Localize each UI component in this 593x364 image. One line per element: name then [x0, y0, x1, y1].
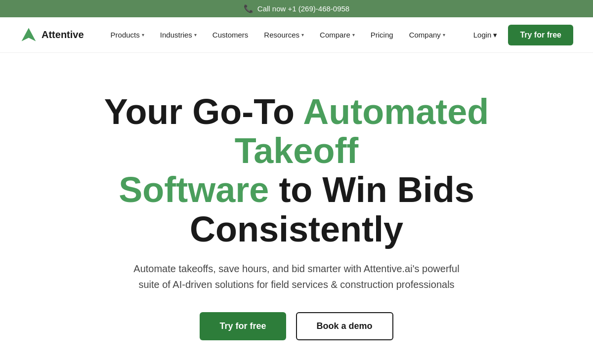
logo-text: Attentive — [42, 29, 84, 40]
topbar-cta: Call now +1 (269)-468-0958 — [257, 4, 349, 13]
login-button[interactable]: Login ▾ — [466, 27, 505, 43]
hero-title: Your Go-To Automated Takeoff Software to… — [44, 92, 549, 249]
hero-buttons: Try for free Book a demo — [44, 312, 549, 340]
nav-right: Login ▾ Try for free — [466, 25, 573, 45]
chevron-down-icon: ▾ — [352, 32, 355, 38]
top-bar[interactable]: 📞 Call now +1 (269)-468-0958 — [0, 0, 593, 17]
logo-icon — [20, 26, 38, 44]
chevron-down-icon: ▾ — [194, 32, 197, 38]
nav-products[interactable]: Products ▾ — [104, 27, 151, 43]
chevron-down-icon: ▾ — [443, 32, 445, 38]
hero-title-part2: Software — [119, 170, 269, 209]
phone-link[interactable]: 📞 Call now +1 (269)-468-0958 — [0, 4, 593, 13]
hero-section: Your Go-To Automated Takeoff Software to… — [25, 53, 568, 364]
hero-title-part1: Your Go-To — [104, 92, 303, 131]
nav-links: Products ▾ Industries ▾ Customers Resour… — [104, 27, 466, 43]
nav-compare[interactable]: Compare ▾ — [313, 27, 362, 43]
nav-customers[interactable]: Customers — [206, 27, 255, 43]
nav-resources[interactable]: Resources ▾ — [257, 27, 311, 43]
logo[interactable]: Attentive — [20, 26, 84, 44]
hero-subtitle: Automate takeoffs, save hours, and bid s… — [124, 261, 469, 292]
chevron-down-icon: ▾ — [493, 31, 497, 40]
nav-pricing[interactable]: Pricing — [364, 27, 400, 43]
nav-company[interactable]: Company ▾ — [402, 27, 452, 43]
chevron-down-icon: ▾ — [301, 32, 304, 38]
svg-marker-0 — [22, 28, 36, 41]
hero-book-demo-button[interactable]: Book a demo — [296, 312, 393, 340]
main-nav: Attentive Products ▾ Industries ▾ Custom… — [0, 17, 593, 53]
nav-industries[interactable]: Industries ▾ — [153, 27, 204, 43]
hero-try-free-button[interactable]: Try for free — [200, 312, 286, 340]
try-free-nav-button[interactable]: Try for free — [508, 25, 573, 45]
chevron-down-icon: ▾ — [142, 32, 144, 38]
phone-icon: 📞 — [244, 4, 254, 13]
